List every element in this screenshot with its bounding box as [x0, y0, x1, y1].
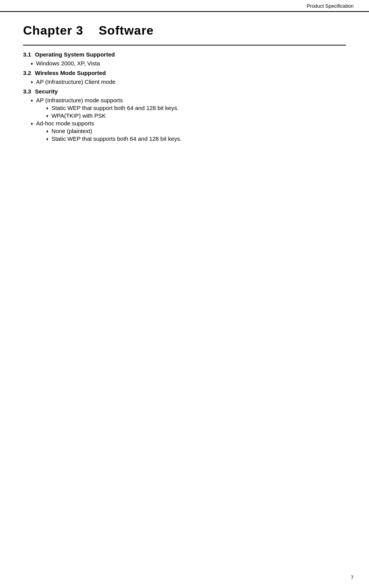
list-item: ♦Static WEP that supports both 64 and 12… — [46, 135, 346, 142]
section-title-2: Wireless Mode Supported — [35, 70, 106, 76]
sub-bullet-list: ♦None (plaintext)♦Static WEP that suppor… — [46, 128, 346, 142]
sub-list-item-text: Static WEP that supports both 64 and 128… — [52, 135, 182, 142]
chapter-title: Chapter 3 Software — [23, 23, 346, 38]
section-heading-1: 3.1Operating System Supported — [23, 51, 346, 58]
sub-bullet-icon: ♦ — [46, 106, 48, 110]
chapter-label: Chapter 3 — [23, 23, 83, 37]
section-divider — [23, 45, 346, 46]
list-item: ♦Static WEP that support both 64 and 128… — [46, 105, 346, 111]
bullet-list-3: ♦AP (Infrastructure) mode supports♦Stati… — [31, 97, 346, 142]
list-item: ♦WPA(TKIP) with PSK — [46, 112, 346, 119]
list-item: ♦Windows 2000, XP, Vista — [31, 60, 346, 67]
bullet-icon: ♦ — [31, 80, 33, 84]
page-number: 7 — [351, 575, 354, 580]
sub-list-item-text: Static WEP that support both 64 and 128 … — [52, 105, 179, 111]
section-title-1: Operating System Supported — [35, 51, 115, 58]
chapter-name: Software — [99, 23, 154, 37]
list-item-text: Windows 2000, XP, Vista — [36, 60, 100, 67]
bullet-icon: ♦ — [31, 98, 33, 103]
list-item: ♦AP (Infrastructure) mode supports — [31, 97, 346, 103]
sub-bullet-icon: ♦ — [46, 137, 48, 141]
sub-bullet-icon: ♦ — [46, 113, 48, 118]
sections-container: 3.1Operating System Supported♦Windows 20… — [23, 51, 346, 142]
section-1: 3.1Operating System Supported♦Windows 20… — [23, 51, 346, 67]
list-item: ♦AP (Infrastructure) Client mode — [31, 78, 346, 85]
page-header: Product Specification — [0, 0, 369, 12]
list-item: ♦None (plaintext) — [46, 128, 346, 134]
bullet-list-1: ♦Windows 2000, XP, Vista — [31, 60, 346, 67]
section-heading-2: 3.2Wireless Mode Supported — [23, 70, 346, 76]
list-item-text: AP (Infrastructure) Client mode — [36, 78, 115, 85]
section-number-2: 3.2 — [23, 70, 31, 76]
bullet-icon: ♦ — [31, 121, 33, 126]
header-title: Product Specification — [307, 3, 354, 9]
bullet-icon: ♦ — [31, 61, 33, 66]
sub-bullet-list: ♦Static WEP that support both 64 and 128… — [46, 105, 346, 119]
sub-list-item-text: None (plaintext) — [52, 128, 92, 134]
section-number-1: 3.1 — [23, 51, 31, 58]
sub-bullet-icon: ♦ — [46, 129, 48, 133]
list-item: ♦Ad-hoc mode supports — [31, 120, 346, 127]
list-item-text: AP (Infrastructure) mode supports — [36, 97, 123, 103]
section-title-3: Security — [35, 88, 58, 95]
sub-list-item-text: WPA(TKIP) with PSK — [52, 112, 106, 119]
bullet-list-2: ♦AP (Infrastructure) Client mode — [31, 78, 346, 85]
section-heading-3: 3.3Security — [23, 88, 346, 95]
section-3: 3.3Security♦AP (Infrastructure) mode sup… — [23, 88, 346, 142]
list-item-text: Ad-hoc mode supports — [36, 120, 94, 127]
section-number-3: 3.3 — [23, 88, 31, 95]
section-2: 3.2Wireless Mode Supported♦AP (Infrastru… — [23, 70, 346, 85]
